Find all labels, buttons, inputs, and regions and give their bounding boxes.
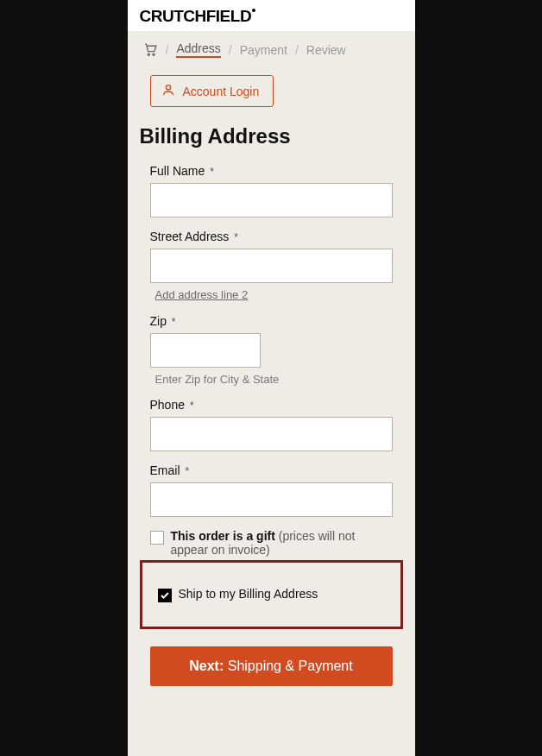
svg-point-0: [148, 54, 149, 55]
full-name-label: Full Name *: [150, 164, 393, 178]
breadcrumb-payment[interactable]: Payment: [240, 43, 287, 57]
zip-label: Zip *: [150, 314, 393, 328]
brand-logo: CRUTCHFIELD: [140, 7, 256, 25]
zip-field: Zip * Enter Zip for City & State: [150, 314, 393, 386]
user-icon: [161, 83, 175, 99]
account-login-label: Account Login: [183, 85, 260, 98]
content: Account Login Billing Address Full Name …: [128, 66, 415, 712]
breadcrumb-review[interactable]: Review: [306, 43, 346, 57]
header: CRUTCHFIELD: [128, 0, 415, 31]
email-label: Email *: [150, 463, 393, 477]
breadcrumb: / Address / Payment / Review: [128, 31, 415, 66]
email-input[interactable]: [150, 482, 393, 517]
ship-to-billing-label: Ship to my Billing Address: [179, 587, 318, 601]
ship-to-billing-checkbox[interactable]: [158, 589, 172, 602]
account-login-button[interactable]: Account Login: [150, 75, 274, 107]
gift-label: This order is a gift (prices will not ap…: [171, 529, 393, 557]
breadcrumb-address[interactable]: Address: [176, 41, 220, 58]
svg-point-1: [152, 54, 154, 55]
full-name-field: Full Name *: [150, 164, 393, 217]
add-address-line-2[interactable]: Add address line 2: [150, 288, 249, 301]
cart-icon[interactable]: [143, 42, 158, 57]
gift-checkbox-row: This order is a gift (prices will not ap…: [150, 529, 393, 557]
checkout-page: CRUTCHFIELD / Address / Payment / Review: [128, 0, 415, 756]
phone-field: Phone *: [150, 398, 393, 451]
street-input[interactable]: [150, 249, 393, 283]
breadcrumb-sep: /: [229, 43, 232, 57]
svg-point-2: [166, 85, 170, 90]
phone-label: Phone *: [150, 398, 393, 412]
street-field: Street Address * Add address line 2: [150, 230, 393, 302]
ship-to-billing-row: Ship to my Billing Address: [158, 587, 390, 602]
next-button[interactable]: Next: Shipping & Payment: [150, 646, 393, 686]
email-field: Email *: [150, 463, 393, 517]
gift-checkbox[interactable]: [150, 531, 164, 545]
page-title: Billing Address: [140, 124, 403, 148]
zip-input[interactable]: [150, 333, 261, 368]
ship-to-billing-highlight: Ship to my Billing Address: [140, 560, 403, 629]
phone-input[interactable]: [150, 417, 393, 451]
breadcrumb-sep: /: [295, 43, 299, 57]
street-label: Street Address *: [150, 230, 393, 243]
zip-help-text: Enter Zip for City & State: [150, 373, 393, 386]
breadcrumb-sep: /: [166, 43, 169, 57]
full-name-input[interactable]: [150, 183, 393, 217]
